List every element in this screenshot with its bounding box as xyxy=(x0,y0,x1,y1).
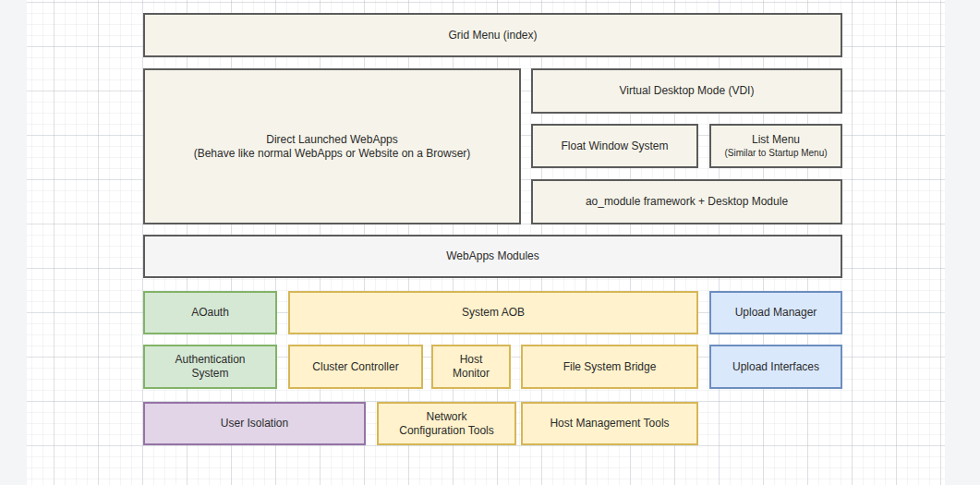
box-system-aob-label: System AOB xyxy=(462,306,525,320)
box-network-configuration-tools-label: Network Configuration Tools xyxy=(393,410,502,438)
box-ao-module-framework-label: ao_module framework + Desktop Module xyxy=(586,195,788,209)
box-upload-manager-label: Upload Manager xyxy=(735,306,817,320)
box-cluster-controller-label: Cluster Controller xyxy=(312,360,398,374)
box-host-monitor-label: Host Monitor xyxy=(447,353,495,381)
box-system-aob[interactable]: System AOB xyxy=(288,291,698,334)
box-file-system-bridge[interactable]: File System Bridge xyxy=(521,345,698,389)
box-host-monitor[interactable]: Host Monitor xyxy=(431,345,511,389)
box-aoauth[interactable]: AOauth xyxy=(143,291,277,334)
box-host-management-tools[interactable]: Host Management Tools xyxy=(521,402,698,445)
box-virtual-desktop-mode[interactable]: Virtual Desktop Mode (VDI) xyxy=(531,68,842,114)
box-user-isolation[interactable]: User Isolation xyxy=(143,402,366,445)
box-upload-manager[interactable]: Upload Manager xyxy=(709,291,842,334)
box-float-window-system-label: Float Window System xyxy=(561,139,668,153)
box-direct-launched-webapps-label: Direct Launched WebApps xyxy=(266,133,398,147)
drawio-page: Grid Menu (index) Direct Launched WebApp… xyxy=(0,0,980,485)
box-file-system-bridge-label: File System Bridge xyxy=(563,360,657,374)
box-grid-menu[interactable]: Grid Menu (index) xyxy=(143,13,842,57)
box-cluster-controller[interactable]: Cluster Controller xyxy=(288,345,423,389)
box-upload-interfaces-label: Upload Interfaces xyxy=(732,360,819,374)
box-direct-launched-webapps-sublabel: (Behave like normal WebApps or Website o… xyxy=(194,147,471,161)
box-aoauth-label: AOauth xyxy=(191,306,229,320)
box-direct-launched-webapps[interactable]: Direct Launched WebApps (Behave like nor… xyxy=(143,68,521,224)
box-ao-module-framework[interactable]: ao_module framework + Desktop Module xyxy=(531,179,842,224)
box-user-isolation-label: User Isolation xyxy=(221,417,288,430)
box-webapps-modules[interactable]: WebApps Modules xyxy=(143,235,842,278)
box-list-menu[interactable]: List Menu (Similar to Startup Menu) xyxy=(709,124,842,168)
box-virtual-desktop-mode-label: Virtual Desktop Mode (VDI) xyxy=(620,84,755,98)
box-list-menu-label: List Menu xyxy=(752,133,800,147)
box-authentication-system-label: Authentication System xyxy=(159,353,262,381)
box-webapps-modules-label: WebApps Modules xyxy=(446,249,539,263)
box-float-window-system[interactable]: Float Window System xyxy=(531,124,698,168)
box-authentication-system[interactable]: Authentication System xyxy=(143,345,277,389)
box-list-menu-sublabel: (Similar to Startup Menu) xyxy=(724,147,827,159)
box-grid-menu-label: Grid Menu (index) xyxy=(448,29,537,42)
box-upload-interfaces[interactable]: Upload Interfaces xyxy=(709,345,842,389)
box-network-configuration-tools[interactable]: Network Configuration Tools xyxy=(377,402,516,445)
diagram-canvas: Grid Menu (index) Direct Launched WebApp… xyxy=(27,0,945,485)
box-host-management-tools-label: Host Management Tools xyxy=(550,417,669,430)
